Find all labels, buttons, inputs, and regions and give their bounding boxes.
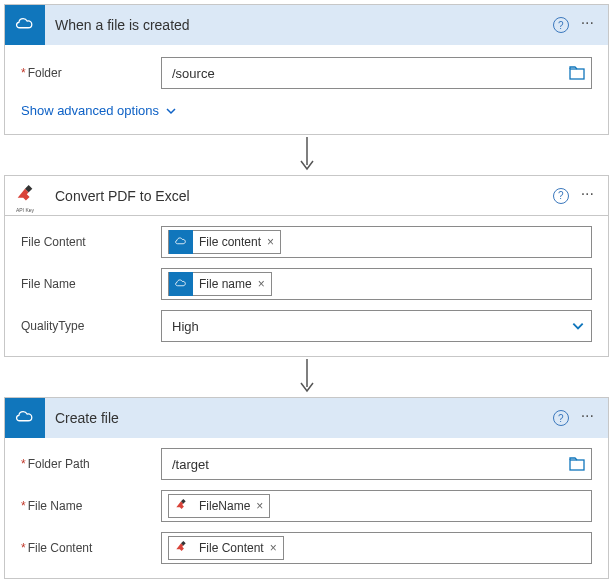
file-name-input[interactable]: FileName ×: [161, 490, 592, 522]
folder-path-input[interactable]: /target: [161, 448, 592, 480]
file-content-input[interactable]: File Content ×: [161, 532, 592, 564]
file-content-token[interactable]: File content ×: [168, 230, 281, 254]
remove-token-icon[interactable]: ×: [267, 235, 274, 249]
apikey-connector-icon: [169, 494, 193, 518]
chevron-down-icon: [165, 105, 177, 117]
remove-token-icon[interactable]: ×: [270, 541, 277, 555]
folder-picker-icon[interactable]: [569, 66, 585, 80]
apikey-connector-icon: API Key: [5, 176, 45, 216]
more-menu[interactable]: ···: [581, 186, 594, 206]
file-name-label: File Name: [21, 499, 161, 513]
convert-title: Convert PDF to Excel: [45, 188, 553, 204]
help-icon[interactable]: ?: [553, 188, 569, 204]
quality-select[interactable]: High: [161, 310, 592, 342]
trigger-header[interactable]: When a file is created ? ···: [5, 5, 608, 45]
file-name-input[interactable]: File name ×: [161, 268, 592, 300]
create-file-card: Create file ? ··· Folder Path /target Fi…: [4, 397, 609, 579]
create-file-title: Create file: [45, 410, 553, 426]
help-icon[interactable]: ?: [553, 410, 569, 426]
folder-label: Folder: [21, 66, 161, 80]
onedrive-icon: [5, 5, 45, 45]
file-content-label: File Content: [21, 235, 161, 249]
chevron-down-icon: [571, 319, 585, 333]
file-content-input[interactable]: File content ×: [161, 226, 592, 258]
folder-input[interactable]: /source: [161, 57, 592, 89]
remove-token-icon[interactable]: ×: [256, 499, 263, 513]
show-advanced-link[interactable]: Show advanced options: [21, 99, 177, 122]
quality-label: QualityType: [21, 319, 161, 333]
file-name-token[interactable]: File name ×: [168, 272, 272, 296]
more-menu[interactable]: ···: [581, 15, 594, 35]
folder-value: /source: [172, 66, 215, 81]
onedrive-icon: [169, 272, 193, 296]
file-content-label: File Content: [21, 541, 161, 555]
onedrive-icon: [169, 230, 193, 254]
file-name-label: File Name: [21, 277, 161, 291]
more-menu[interactable]: ···: [581, 408, 594, 428]
folder-picker-icon[interactable]: [569, 457, 585, 471]
remove-token-icon[interactable]: ×: [258, 277, 265, 291]
apikey-connector-icon: [169, 536, 193, 560]
help-icon[interactable]: ?: [553, 17, 569, 33]
trigger-title: When a file is created: [45, 17, 553, 33]
file-name-token[interactable]: FileName ×: [168, 494, 270, 518]
onedrive-icon: [5, 398, 45, 438]
svg-rect-0: [570, 69, 584, 79]
file-content-token[interactable]: File Content ×: [168, 536, 284, 560]
trigger-card: When a file is created ? ··· Folder /sou…: [4, 4, 609, 135]
svg-rect-3: [570, 460, 584, 470]
create-file-header[interactable]: Create file ? ···: [5, 398, 608, 438]
convert-header[interactable]: API Key Convert PDF to Excel ? ···: [5, 176, 608, 216]
flow-arrow: [4, 135, 609, 175]
flow-arrow: [4, 357, 609, 397]
convert-card: API Key Convert PDF to Excel ? ··· File …: [4, 175, 609, 357]
folder-path-label: Folder Path: [21, 457, 161, 471]
